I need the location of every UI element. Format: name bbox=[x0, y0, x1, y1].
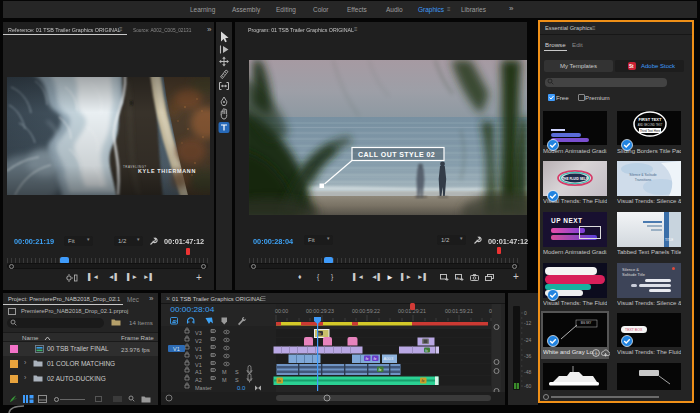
svg-text:V2: V2 bbox=[195, 338, 202, 344]
svg-text:V1: V1 bbox=[173, 346, 180, 352]
svg-text:S: S bbox=[235, 369, 239, 375]
svg-text:Master: Master bbox=[195, 385, 212, 391]
svg-text:00:01:59:21: 00:01:59:21 bbox=[445, 308, 473, 314]
svg-text:i: i bbox=[595, 350, 597, 356]
svg-text:fx: fx bbox=[425, 349, 428, 353]
svg-text:V3: V3 bbox=[195, 354, 202, 360]
svg-text:A1: A1 bbox=[195, 369, 202, 375]
svg-text:00:00:28:04: 00:00:28:04 bbox=[170, 305, 215, 314]
svg-text:Silence & Solitude: Silence & Solitude bbox=[629, 173, 657, 177]
svg-text:×: × bbox=[166, 295, 170, 302]
svg-text:V1: V1 bbox=[195, 362, 202, 368]
svg-text:-24: -24 bbox=[524, 337, 531, 343]
svg-text:01 TSB Trailer Graphics ORIGIN: 01 TSB Trailer Graphics ORIGINAL bbox=[172, 296, 264, 302]
svg-text:CALL OUT STYLE 02: CALL OUT STYLE 02 bbox=[358, 151, 435, 158]
svg-text:THE FLUID SELF: THE FLUID SELF bbox=[562, 177, 588, 181]
svg-text:00:00:59:22: 00:00:59:22 bbox=[352, 308, 380, 314]
svg-text:S: S bbox=[235, 377, 239, 383]
svg-text:Third Text Here: Third Text Here bbox=[640, 129, 661, 133]
svg-text:A2: A2 bbox=[195, 377, 202, 383]
svg-text:V1: V1 bbox=[195, 346, 202, 352]
svg-text:-48: -48 bbox=[524, 369, 531, 375]
svg-text:00:00:29:23: 00:00:29:23 bbox=[306, 308, 334, 314]
svg-text:M: M bbox=[222, 369, 227, 375]
svg-text:KYLE THIERMANN: KYLE THIERMANN bbox=[138, 168, 196, 174]
svg-text:0.0: 0.0 bbox=[237, 385, 246, 391]
svg-text:-36: -36 bbox=[524, 353, 531, 359]
svg-text:A003: A003 bbox=[384, 356, 394, 361]
svg-text:-60: -60 bbox=[524, 383, 531, 389]
svg-text:BIG SKY: BIG SKY bbox=[581, 321, 592, 325]
svg-text:0: 0 bbox=[524, 310, 527, 316]
svg-text:AND SECOND TEXT: AND SECOND TEXT bbox=[638, 123, 663, 127]
svg-text:-12: -12 bbox=[524, 320, 531, 326]
svg-text:FIRST TEXT: FIRST TEXT bbox=[639, 117, 662, 122]
svg-text:V3: V3 bbox=[195, 330, 202, 336]
svg-text:M: M bbox=[222, 377, 227, 383]
svg-text:s: s bbox=[457, 275, 459, 280]
svg-text:Transitions: Transitions bbox=[635, 178, 652, 182]
svg-text:00:00: 00:00 bbox=[275, 308, 288, 314]
